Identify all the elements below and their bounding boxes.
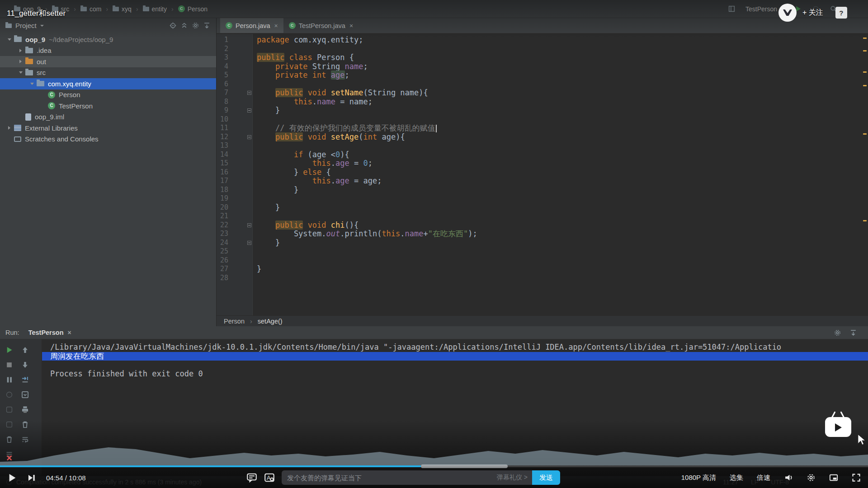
tree-item-oop-9[interactable]: oop_9~/IdeaProjects/oop_9 [0,34,216,45]
tree-item-oop-9-iml[interactable]: oop_9.iml [0,112,216,123]
tool-windows-icon[interactable] [728,5,736,13]
video-controls-left: 04:54 / 10:08 [0,473,86,483]
close-overlay-icon[interactable]: × [6,453,12,463]
jump-to-source-icon[interactable] [21,375,29,384]
avatar[interactable] [778,4,797,22]
nav-crumb-label: xyq [122,5,132,13]
nav-crumb-com[interactable]: com [78,5,104,14]
tree-item-src[interactable]: src [0,67,216,79]
web-fullscreen-icon[interactable] [829,473,838,482]
editor-scrollbar[interactable] [862,34,868,315]
chevron-right-icon[interactable] [5,126,14,130]
danmaku-etiquette-link[interactable]: 弹幕礼仪 > [497,474,528,482]
chevron-right-icon[interactable] [16,60,25,63]
gc-icon[interactable] [5,435,14,444]
danmaku-send-button[interactable]: 发送 [532,470,560,485]
run-console[interactable]: /Library/Java/JavaVirtualMachines/jdk-10… [42,339,868,476]
fold-marker-icon[interactable] [247,223,251,227]
profiler-icon[interactable] [5,390,14,399]
folder-icon [80,7,87,11]
close-icon[interactable]: × [274,22,278,29]
video-control-bar: 04:54 / 10:08 A 弹幕礼仪 > 发送 1080P 高清 选集 倍速 [0,467,868,488]
volume-icon[interactable] [784,473,793,482]
print-icon[interactable] [21,405,29,414]
scrollbar-mark[interactable] [863,85,867,86]
next-episode-button[interactable] [27,473,36,483]
breadcrumb-method[interactable]: setAge() [258,318,283,325]
nav-crumb-xyq[interactable]: xyq [110,5,134,14]
tree-item-scratches-and-consoles[interactable]: Scratches and Consoles [0,134,216,145]
scrollbar-mark[interactable] [863,38,867,39]
chevron-right-icon[interactable] [16,49,25,52]
quality-button[interactable]: 1080P 高清 [681,474,716,482]
close-icon[interactable]: × [349,22,353,29]
clear-all-icon[interactable] [21,420,29,429]
class-icon: C [289,22,296,29]
fold-marker-icon[interactable] [247,135,251,139]
code-line-17: this.age = age; [257,177,862,186]
nav-crumb-entity[interactable]: entity [141,5,169,14]
line-number: 15 [217,159,252,168]
follow-button[interactable]: + 关注 [802,8,823,18]
run-tab-testperson[interactable]: TestPerson × [28,329,71,336]
scrollbar-mark[interactable] [863,220,867,221]
fold-marker-icon[interactable] [247,108,251,113]
line-number: 6 [217,80,252,89]
tree-item-out[interactable]: out [0,56,216,67]
pause-icon[interactable] [5,375,14,384]
project-panel-title[interactable]: Project [15,22,37,29]
select-opened-file-icon[interactable] [169,22,177,29]
danmaku-input[interactable] [282,474,497,482]
stop-icon[interactable] [5,361,14,369]
danmaku-settings-icon[interactable]: A [264,472,275,483]
soft-wrap-icon[interactable] [21,435,29,444]
speed-button[interactable]: 倍速 [757,474,770,482]
line-number: 24 [217,239,252,248]
code-line-22: public void chi(){ [257,221,862,230]
line-number: 2 [217,45,252,54]
player-settings-icon[interactable] [807,473,816,482]
code-line-26 [257,256,862,265]
code-editor[interactable]: 1234567891011121314151617181920212223242… [217,34,868,315]
line-number: 9 [217,106,252,115]
tree-item-person[interactable]: CPerson [0,89,216,101]
play-button[interactable] [7,473,17,483]
chevron-down-icon[interactable] [27,83,37,85]
dump-icon[interactable] [5,420,14,429]
code-line-13 [257,141,862,150]
episodes-button[interactable]: 选集 [730,474,743,482]
close-icon[interactable]: × [68,329,71,336]
scrollbar-mark[interactable] [863,133,867,135]
tv-cast-icon[interactable] [824,409,853,440]
chevron-down-icon[interactable] [5,38,14,41]
tree-item-external-libraries[interactable]: External Libraries [0,122,216,134]
tab-person-java[interactable]: C Person.java × [220,18,283,33]
scroll-to-end-icon[interactable] [21,390,29,399]
tree-item-testperson[interactable]: CTestPerson [0,100,216,112]
line-number: 11 [217,124,252,133]
coverage-icon[interactable] [5,405,14,414]
hide-panel-icon[interactable] [203,22,211,29]
help-button[interactable]: ? [835,7,847,19]
gear-icon[interactable] [834,329,841,337]
prev-occurrence-icon[interactable] [21,346,29,354]
fold-marker-icon[interactable] [247,241,251,245]
fold-marker-icon[interactable] [247,91,251,95]
danmaku-toggle-icon[interactable] [246,472,257,483]
scrollbar-mark[interactable] [863,71,867,73]
next-occurrence-icon[interactable] [21,361,29,369]
nav-crumb-person[interactable]: CPerson [176,5,210,14]
gear-icon[interactable] [192,22,199,29]
hide-panel-icon[interactable] [849,329,857,337]
fullscreen-icon[interactable] [852,473,861,482]
tab-testperson-java[interactable]: C TestPerson.java × [283,18,359,33]
tree-item-idea[interactable]: .idea [0,45,216,56]
scrollbar-mark[interactable] [863,50,867,52]
tree-item-com-xyq-entity[interactable]: com.xyq.entity [0,78,216,89]
video-controls-right: 1080P 高清 选集 倍速 [681,467,861,488]
collapse-all-icon[interactable] [180,22,188,29]
console-line: Process finished with exit code 0 [42,370,868,379]
chevron-down-icon[interactable] [16,71,25,74]
breadcrumb-class[interactable]: Person [224,318,245,325]
rerun-icon[interactable] [5,346,14,354]
